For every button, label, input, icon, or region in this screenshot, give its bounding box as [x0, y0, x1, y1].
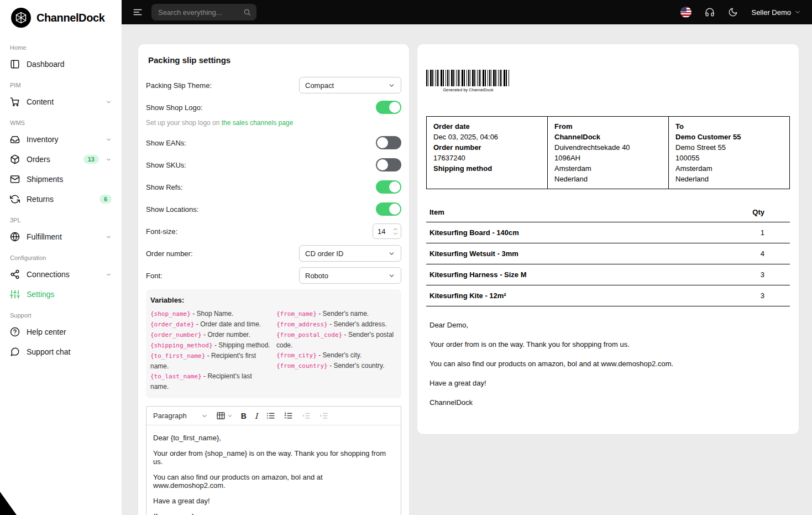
dark-mode-moon-icon[interactable] [728, 7, 738, 17]
show-skus-toggle[interactable] [376, 158, 401, 171]
globe-icon [10, 232, 20, 242]
chevron-down-icon [106, 234, 112, 240]
brand-logo[interactable]: ChannelDock [0, 6, 122, 37]
show-refs-label: Show Refs: [146, 183, 182, 191]
item-qty: 3 [729, 285, 790, 306]
numbered-list-button[interactable] [284, 411, 293, 420]
italic-button[interactable]: I [255, 412, 258, 420]
show-logo-toggle[interactable] [376, 101, 401, 114]
sidebar-item-orders[interactable]: Orders 13 [4, 149, 117, 169]
packing-slip-settings-card: Packing slip settings Packing Slip Theme… [138, 44, 409, 515]
language-flag-icon[interactable] [680, 7, 691, 18]
sidebar-item-label: Content [27, 97, 99, 106]
message-line: You can also find our products on amazon… [429, 360, 787, 368]
sales-channels-link[interactable]: the sales channels page [222, 119, 293, 127]
insert-table-button[interactable] [216, 411, 233, 420]
logo-hint: Set up your shop logo on the sales chann… [146, 119, 401, 127]
sidebar-item-fulfillment[interactable]: Fulfillment [4, 227, 117, 247]
barcode: Generated by ChannelDock [426, 70, 510, 92]
packing-slip-preview-card: Generated by ChannelDock Order date Dec … [417, 44, 799, 434]
indent-button[interactable] [319, 411, 328, 420]
user-menu[interactable]: Seller Demo [751, 8, 801, 17]
item-qty: 1 [729, 222, 790, 243]
sidebar-item-label: Shipments [27, 175, 112, 184]
search-icon [243, 8, 251, 16]
support-headset-icon[interactable] [705, 7, 715, 17]
show-refs-toggle[interactable] [376, 180, 401, 194]
editor-paragraph: You can also find our products on amazon… [153, 473, 394, 490]
menu-toggle-icon[interactable] [133, 7, 143, 17]
bullet-list-icon [266, 411, 275, 420]
item-name: Kitesurfing Kite - 12m² [426, 285, 729, 306]
sidebar-item-dashboard[interactable]: Dashboard [4, 54, 117, 74]
variable-entry: {from_name} - Sender's name. [276, 309, 397, 319]
items-header-row: Item Qty [426, 202, 790, 222]
chevron-down-icon [227, 413, 233, 419]
font-row: Font: Roboto [146, 267, 401, 284]
brand-name: ChannelDock [36, 12, 104, 24]
section-label-configuration: Configuration [0, 247, 122, 264]
table-row: Kitesurfing Board - 140cm 1 [426, 222, 790, 243]
sidebar-item-settings[interactable]: Settings [4, 284, 117, 304]
theme-select-value: Compact [305, 81, 334, 90]
font-size-input[interactable]: 14 [373, 223, 401, 239]
editor-paragraph: Dear {to_first_name}, [153, 434, 394, 442]
sidebar-item-label: Support chat [27, 347, 112, 356]
show-refs-row: Show Refs: [146, 179, 401, 195]
order-info-cell: Order date Dec 03, 2025, 04:06 Order num… [427, 117, 548, 189]
number-stepper-icon[interactable] [393, 227, 398, 236]
show-eans-toggle[interactable] [376, 136, 401, 149]
barcode-caption: Generated by ChannelDock [426, 88, 510, 92]
order-number-select[interactable]: CD order ID [299, 245, 401, 262]
message-line: Your order from is on the way. Thank you… [429, 340, 787, 348]
sidebar-item-support-chat[interactable]: Support chat [4, 342, 117, 362]
show-locations-toggle[interactable] [376, 202, 401, 216]
bold-button[interactable]: B [241, 412, 247, 420]
chat-icon [10, 347, 20, 357]
sidebar-item-shipments[interactable]: Shipments [4, 169, 117, 189]
chevron-down-icon [388, 250, 395, 257]
dashboard-icon [10, 59, 20, 69]
paragraph-format-value: Paragraph [153, 412, 187, 420]
bullet-list-button[interactable] [266, 411, 275, 420]
variables-title: Variables: [150, 296, 397, 304]
variable-entry: {from_city} - Sender's city. [276, 350, 397, 361]
sidebar-item-help-center[interactable]: Help center [4, 322, 117, 342]
returns-icon [10, 194, 20, 204]
chevron-down-icon [106, 157, 112, 163]
editor-content[interactable]: Dear {to_first_name}, Your order from {s… [146, 425, 401, 515]
barcode-image [426, 70, 510, 86]
variable-entry: {shop_name} - Shop Name. [150, 309, 271, 319]
sidebar-item-inventory[interactable]: Inventory [4, 129, 117, 149]
show-logo-label: Show Shop Logo: [146, 103, 203, 112]
sidebar-item-connections[interactable]: Connections [4, 264, 117, 284]
outdent-button[interactable] [301, 411, 311, 420]
search-input[interactable] [157, 8, 239, 17]
item-qty: 3 [729, 264, 790, 285]
sidebar-item-content[interactable]: Content [4, 92, 117, 112]
theme-select[interactable]: Compact [299, 77, 401, 93]
editor-paragraph: Your order from {shop_name} is on the wa… [153, 449, 394, 466]
outdent-icon [301, 411, 311, 420]
order-number-label: Order number: [146, 249, 193, 258]
returns-count-badge: 6 [99, 195, 112, 204]
variable-entry: {from_address} - Sender's address. [276, 319, 397, 330]
font-select[interactable]: Roboto [299, 267, 401, 284]
variables-box: Variables: {shop_name} - Shop Name. {ord… [146, 289, 401, 398]
sidebar-item-returns[interactable]: Returns 6 [4, 189, 117, 209]
qty-column-header: Qty [729, 202, 790, 222]
chevron-down-icon [794, 9, 801, 15]
font-size-row: Font-size: 14 [146, 223, 401, 240]
table-icon [216, 411, 226, 420]
sender-info-cell: From ChannelDock Duivendrechtsekade 40 1… [548, 117, 669, 189]
sidebar-item-label: Connections [27, 270, 99, 279]
indent-icon [319, 411, 328, 420]
sidebar-item-label: Inventory [27, 135, 99, 144]
table-row: Kitesurfing Harness - Size M 3 [426, 264, 790, 285]
topbar-right: Seller Demo [680, 7, 801, 18]
section-label-wms: WMS [0, 112, 122, 129]
global-search[interactable] [151, 4, 256, 20]
paragraph-format-select[interactable]: Paragraph [153, 412, 208, 420]
rich-text-editor: Paragraph B I [146, 406, 401, 515]
sidebar: ChannelDock Home Dashboard PIM Content W… [0, 0, 122, 515]
